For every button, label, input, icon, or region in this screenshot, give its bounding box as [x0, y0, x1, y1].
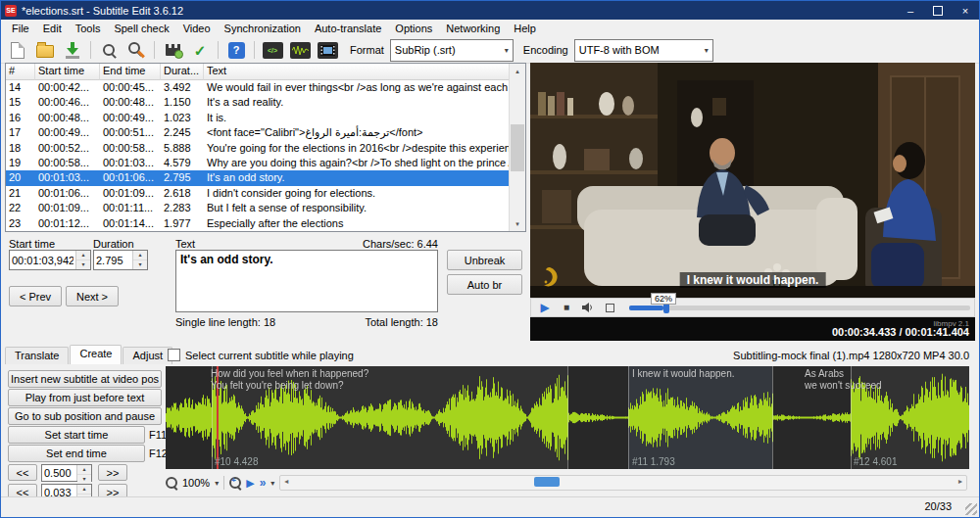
- go-to-sub-position-button[interactable]: Go to sub position and pause: [8, 407, 162, 425]
- menu-auto-translate[interactable]: Auto-translate: [308, 21, 388, 36]
- format-dropdown[interactable]: SubRip (.srt) ▾: [390, 39, 514, 62]
- video-frame[interactable]: I knew it would happen.: [530, 63, 975, 298]
- minimize-icon: –: [907, 5, 913, 17]
- auto-br-button[interactable]: Auto br: [447, 274, 522, 295]
- set-end-time-button[interactable]: Set end time: [8, 445, 145, 462]
- tab-adjust[interactable]: Adjust: [122, 347, 172, 364]
- minimize-button[interactable]: –: [897, 1, 924, 20]
- set-start-time-button[interactable]: Set start time: [8, 426, 145, 444]
- next-button[interactable]: Next >: [66, 286, 119, 306]
- unbreak-button[interactable]: Unbreak: [447, 250, 522, 270]
- tab-translate[interactable]: Translate: [5, 347, 69, 364]
- list-scrollbar-thumb[interactable]: [511, 124, 524, 171]
- menu-help[interactable]: Help: [507, 21, 543, 36]
- column-text[interactable]: Text: [204, 64, 510, 80]
- subtitle-row-20[interactable]: 2000:01:03...00:01:06...2.795It's an odd…: [6, 170, 510, 185]
- subtitle-row-14[interactable]: 1400:00:42...00:00:45...3.492We would fa…: [6, 80, 510, 95]
- scroll-right-icon[interactable]: ▸: [955, 476, 966, 488]
- video-mute-button[interactable]: [578, 300, 598, 315]
- spin-up-icon[interactable]: ▴: [77, 485, 91, 494]
- spell-check-button[interactable]: ✓: [187, 39, 213, 62]
- cell-text: You're going for the elections in 2016<b…: [204, 141, 510, 156]
- spin-down-icon[interactable]: ▾: [133, 260, 147, 269]
- menu-video[interactable]: Video: [176, 21, 218, 36]
- column-start-time[interactable]: Start time: [35, 64, 100, 80]
- close-button[interactable]: ×: [952, 1, 979, 20]
- column-end-time[interactable]: End time: [100, 64, 161, 80]
- subtitle-row-21[interactable]: 2100:01:06...00:01:09...2.618I didn't co…: [6, 186, 510, 201]
- video-volume-slider[interactable]: [629, 306, 970, 310]
- seek-back-1-button[interactable]: <<: [8, 464, 37, 481]
- menu-edit[interactable]: Edit: [36, 21, 69, 36]
- subtitle-row-16[interactable]: 1600:00:48...00:00:49...1.023It is.: [6, 111, 510, 125]
- aljazeera-logo-icon: [540, 266, 560, 290]
- scroll-down-icon[interactable]: ▾: [510, 216, 525, 231]
- spin-up-icon[interactable]: ▴: [76, 251, 90, 260]
- menu-file[interactable]: File: [5, 21, 36, 36]
- column-duration[interactable]: Durat...: [161, 64, 204, 80]
- spin-down-icon[interactable]: ▾: [76, 260, 90, 269]
- waveform-panel[interactable]: How did you feel when it happened? You f…: [166, 366, 969, 469]
- waveform-play-button[interactable]: ▶: [246, 477, 254, 490]
- menu-options[interactable]: Options: [388, 21, 439, 36]
- seek-forward-1-button[interactable]: >>: [98, 464, 127, 481]
- play-from-just-before-text-button[interactable]: Play from just before text: [8, 389, 162, 406]
- save-button[interactable]: [60, 39, 85, 62]
- encoding-dropdown[interactable]: UTF-8 with BOM ▾: [574, 39, 713, 62]
- help-button[interactable]: ?: [223, 39, 249, 62]
- chevron-down-icon[interactable]: ▾: [270, 479, 274, 488]
- scroll-left-icon[interactable]: ◂: [280, 476, 292, 488]
- video-view-toggle[interactable]: [315, 39, 340, 62]
- zoom-in-icon[interactable]: +: [229, 477, 241, 489]
- nudge-amount-1-value[interactable]: [42, 465, 76, 481]
- video-fullscreen-button[interactable]: [600, 300, 619, 315]
- source-view-toggle[interactable]: </>: [260, 39, 285, 62]
- subtitle-row-18[interactable]: 1800:00:52...00:00:58...5.888You're goin…: [6, 141, 510, 156]
- spin-up-icon[interactable]: ▴: [77, 465, 91, 475]
- maximize-button[interactable]: [924, 1, 952, 20]
- video-play-button[interactable]: ▶: [535, 300, 555, 315]
- spin-up-icon[interactable]: ▴: [133, 251, 147, 260]
- new-file-button[interactable]: [5, 39, 30, 62]
- menu-networking[interactable]: Networking: [439, 21, 507, 36]
- scroll-up-icon[interactable]: ▴: [510, 64, 525, 78]
- waveform-scrollbar[interactable]: ◂ ▸: [279, 475, 967, 491]
- subtitle-row-22[interactable]: 2200:01:09...00:01:11...2.283But I felt …: [6, 201, 510, 215]
- menu-spell-check[interactable]: Spell check: [107, 21, 175, 36]
- menu-tools[interactable]: Tools: [69, 21, 108, 36]
- column-number[interactable]: #: [6, 64, 35, 80]
- subtitle-row-23[interactable]: 2300:01:12...00:01:14...1.977Especially …: [6, 216, 510, 231]
- start-time-input[interactable]: ▴ ▾: [9, 250, 91, 270]
- cell-start-time: 00:01:06...: [35, 186, 100, 201]
- insert-subtitle-at-video-pos-button[interactable]: Insert new subtitle at video pos: [8, 370, 162, 388]
- waveform-view-toggle[interactable]: [287, 39, 313, 62]
- resize-grip[interactable]: [965, 503, 977, 515]
- find-button[interactable]: [96, 39, 122, 62]
- subtitle-row-17[interactable]: 1700:00:49...00:00:51...2.245<font face=…: [6, 125, 510, 140]
- subtitle-text-editor[interactable]: It's an odd story.: [175, 250, 438, 312]
- subtitle-row-15[interactable]: 1500:00:46...00:00:48...1.150It's a sad …: [6, 95, 510, 110]
- chevron-down-icon[interactable]: ▾: [215, 479, 219, 488]
- waveform-zoom-value[interactable]: 100%: [182, 477, 210, 489]
- replace-button[interactable]: [123, 39, 149, 62]
- cell-text: But I felt a sense of responsibility.: [204, 201, 510, 215]
- video-stop-button[interactable]: ■: [557, 300, 576, 315]
- subtitle-row-19[interactable]: 1900:00:58...00:01:03...4.579Why are you…: [6, 156, 510, 170]
- duration-value[interactable]: [94, 251, 132, 269]
- select-current-subtitle-checkbox[interactable]: [168, 349, 180, 361]
- prev-button[interactable]: < Prev: [9, 286, 62, 306]
- start-time-value[interactable]: [10, 251, 75, 269]
- open-file-button[interactable]: [32, 39, 58, 62]
- fix-common-errors-button[interactable]: [160, 39, 185, 62]
- cell-number: 16: [6, 111, 35, 125]
- waveform-scrollbar-thumb[interactable]: [534, 477, 560, 487]
- waveform-fast-forward-button[interactable]: »: [260, 476, 267, 490]
- list-scrollbar[interactable]: ▴ ▾: [509, 64, 525, 231]
- nudge-amount-1-input[interactable]: ▴ ▾: [41, 464, 92, 482]
- menu-synchronization[interactable]: Synchronization: [218, 21, 308, 36]
- tab-create[interactable]: Create: [70, 345, 122, 364]
- spin-down-icon[interactable]: ▾: [77, 475, 91, 484]
- single-line-length-label: Single line length: 18: [175, 316, 275, 328]
- video-subtitle-overlay: I knew it would happen.: [680, 272, 826, 288]
- duration-input[interactable]: ▴ ▾: [93, 250, 148, 270]
